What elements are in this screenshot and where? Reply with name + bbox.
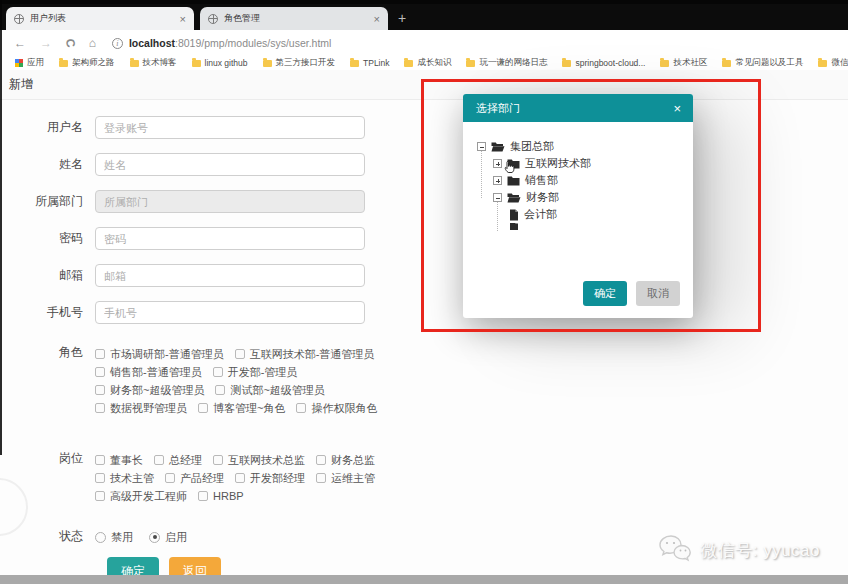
field-input-密码[interactable] xyxy=(95,227,365,250)
radio-icon[interactable] xyxy=(95,532,106,543)
role-checkbox-item[interactable]: 开发部-管理员 xyxy=(213,365,298,380)
checkbox-icon[interactable] xyxy=(198,491,208,501)
open-folder-icon xyxy=(491,141,505,152)
position-checkbox-item[interactable]: 董事长 xyxy=(95,453,143,468)
reload-icon[interactable]: C xyxy=(63,38,78,49)
checkbox-icon[interactable] xyxy=(213,455,223,465)
tree-node-会计部[interactable]: 会计部 xyxy=(477,206,693,223)
checkbox-icon[interactable] xyxy=(215,385,225,395)
checkbox-icon[interactable] xyxy=(235,473,245,483)
collapse-icon[interactable] xyxy=(477,142,486,151)
page-info-icon[interactable]: i xyxy=(112,38,123,49)
back-icon[interactable]: ← xyxy=(14,36,26,50)
position-checkbox-item[interactable]: HRBP xyxy=(198,490,244,502)
dialog-ok-button[interactable]: 确定 xyxy=(583,281,627,306)
checkbox-icon[interactable] xyxy=(95,473,105,483)
checkbox-icon[interactable] xyxy=(95,349,105,359)
bookmark-item[interactable]: 常见问题以及工具 xyxy=(722,57,803,69)
role-checkbox-label: 开发部-管理员 xyxy=(228,365,298,380)
position-checkbox-item[interactable]: 开发部经理 xyxy=(235,471,305,486)
bookmark-folder-icon xyxy=(466,60,475,67)
position-checkbox-item[interactable]: 互联网技术总监 xyxy=(213,453,305,468)
document-icon xyxy=(509,223,519,230)
bookmark-item[interactable]: 技术社区 xyxy=(660,57,707,69)
new-tab-button[interactable]: + xyxy=(398,10,406,26)
position-checkbox-label: 开发部经理 xyxy=(250,471,305,486)
role-checkbox-item[interactable]: 互联网技术部-普通管理员 xyxy=(235,347,375,362)
position-checkbox-label: 产品经理 xyxy=(180,471,224,486)
field-input-姓名[interactable] xyxy=(95,153,365,176)
checkbox-icon[interactable] xyxy=(213,367,223,377)
role-checkbox-item[interactable]: 市场调研部-普通管理员 xyxy=(95,347,224,362)
role-checkbox-item[interactable]: 财务部~超级管理员 xyxy=(95,383,204,398)
position-checkbox-item[interactable]: 产品经理 xyxy=(165,471,224,486)
role-checkbox-item[interactable]: 数据视野管理员 xyxy=(95,401,187,416)
bookmark-folder-icon xyxy=(562,60,571,67)
bookmark-item[interactable]: 应用 xyxy=(15,57,44,69)
tab-close-icon[interactable]: × xyxy=(374,13,380,25)
checkbox-icon[interactable] xyxy=(198,403,208,413)
position-checkbox-item[interactable]: 高级开发工程师 xyxy=(95,489,187,504)
url-field[interactable]: i localhost:8019/pmp/modules/sys/user.ht… xyxy=(112,37,332,49)
bookmark-item[interactable]: springboot-cloud... xyxy=(562,58,645,68)
checkbox-icon[interactable] xyxy=(316,473,326,483)
checkbox-icon[interactable] xyxy=(95,455,105,465)
position-checkbox-item[interactable]: 技术主管 xyxy=(95,471,154,486)
tree-node-集团总部[interactable]: 集团总部 xyxy=(477,138,693,155)
checkbox-icon[interactable] xyxy=(235,349,245,359)
bookmark-item[interactable]: 玩一谦的网络日志 xyxy=(466,57,547,69)
tree-node-clipped[interactable] xyxy=(477,223,693,230)
bookmark-label: 技术社区 xyxy=(673,57,707,69)
bookmark-label: 技术博客 xyxy=(143,57,177,69)
checkbox-icon[interactable] xyxy=(154,455,164,465)
status-radio-禁用[interactable]: 禁用 xyxy=(95,530,133,545)
role-checkbox-item[interactable]: 测试部~超级管理员 xyxy=(215,383,324,398)
browser-tab-2[interactable]: 角色管理× xyxy=(200,7,388,30)
radio-icon[interactable] xyxy=(149,532,160,543)
field-input-手机号[interactable] xyxy=(95,301,365,324)
bookmark-folder-icon xyxy=(130,60,139,67)
role-checkbox-item[interactable]: 销售部-普通管理员 xyxy=(95,365,202,380)
dialog-cancel-button[interactable]: 取消 xyxy=(636,281,680,306)
status-radio-启用[interactable]: 启用 xyxy=(149,530,187,545)
checkbox-icon[interactable] xyxy=(95,491,105,501)
checkbox-icon[interactable] xyxy=(296,403,306,413)
checkbox-icon[interactable] xyxy=(95,385,105,395)
position-row: 技术主管产品经理开发部经理运维主管 xyxy=(95,469,386,487)
field-input-邮箱[interactable] xyxy=(95,264,365,287)
checkbox-icon[interactable] xyxy=(95,403,105,413)
bookmark-label: 第三方接口开发 xyxy=(276,57,336,69)
position-checkbox-item[interactable]: 运维主管 xyxy=(316,471,375,486)
bookmark-label: 应用 xyxy=(27,57,44,69)
field-input-用户名[interactable] xyxy=(95,116,365,139)
position-checkbox-item[interactable]: 财务总监 xyxy=(316,453,375,468)
forward-icon[interactable]: → xyxy=(40,36,52,50)
expand-icon[interactable] xyxy=(493,176,502,185)
bookmark-item[interactable]: 技术博客 xyxy=(130,57,177,69)
bookmark-item[interactable]: linux github xyxy=(192,58,248,68)
checkbox-icon[interactable] xyxy=(316,455,326,465)
field-input-所属部门[interactable] xyxy=(95,190,365,213)
tree-node-互联网技术部[interactable]: 互联网技术部 xyxy=(477,155,693,172)
checkbox-icon[interactable] xyxy=(165,473,175,483)
bottom-gray-bar xyxy=(0,575,848,584)
tree-node-财务部[interactable]: 财务部 xyxy=(477,189,693,206)
role-checkbox-item[interactable]: 博客管理~角色 xyxy=(198,401,285,416)
bookmark-folder-icon xyxy=(350,60,359,67)
bookmark-item[interactable]: TPLink xyxy=(350,58,389,68)
bookmark-folder-icon xyxy=(818,60,827,67)
browser-tab-1[interactable]: 用户列表× xyxy=(6,7,194,30)
checkbox-icon[interactable] xyxy=(95,367,105,377)
bookmark-item[interactable]: 成长知识 xyxy=(404,57,451,69)
collapse-icon[interactable] xyxy=(493,193,502,202)
bookmark-item[interactable]: 微信支付宝开发 xyxy=(818,57,848,69)
globe-favicon xyxy=(14,14,24,24)
bookmark-item[interactable]: 架构师之路 xyxy=(59,57,115,69)
bookmark-item[interactable]: 第三方接口开发 xyxy=(263,57,336,69)
role-checkbox-item[interactable]: 操作权限角色 xyxy=(296,401,377,416)
home-icon[interactable]: ⌂ xyxy=(89,36,96,50)
expand-icon[interactable] xyxy=(493,159,502,168)
position-checkbox-item[interactable]: 总经理 xyxy=(154,453,202,468)
close-icon[interactable]: × xyxy=(673,101,681,116)
tab-close-icon[interactable]: × xyxy=(180,13,186,25)
